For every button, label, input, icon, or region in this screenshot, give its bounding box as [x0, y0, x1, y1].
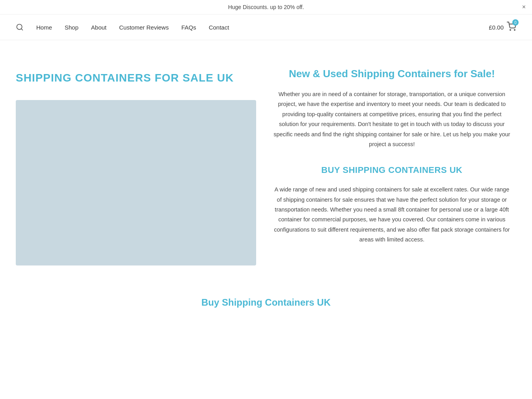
svg-point-2 — [510, 30, 511, 30]
bottom-title: Buy Shipping Containers UK — [16, 297, 516, 308]
nav-about[interactable]: About — [91, 24, 106, 31]
svg-line-1 — [21, 29, 23, 30]
nav-home[interactable]: Home — [36, 24, 52, 31]
hero-image — [16, 100, 256, 265]
cart-badge: 0 — [512, 19, 519, 26]
svg-point-3 — [514, 30, 515, 30]
cart-price: £0.00 — [489, 24, 504, 31]
banner-close-button[interactable]: × — [522, 4, 526, 11]
hero-right-subtitle: BUY SHIPPING CONTAINERS UK — [272, 165, 512, 175]
nav-shop[interactable]: Shop — [65, 24, 78, 31]
hero-left-title: SHIPPING CONTAINERS FOR SALE UK — [16, 72, 256, 84]
bottom-section: Buy Shipping Containers UK — [0, 281, 532, 324]
header: Home Shop About Customer Reviews FAQs Co… — [0, 15, 532, 40]
search-icon[interactable] — [16, 23, 24, 31]
hero-left: SHIPPING CONTAINERS FOR SALE UK — [16, 64, 256, 265]
nav-contact[interactable]: Contact — [209, 24, 229, 31]
nav-customer-reviews[interactable]: Customer Reviews — [119, 24, 169, 31]
top-banner: Huge Discounts. up to 20% off. × — [0, 0, 532, 15]
hero-right-title: New & Used Shipping Containers for Sale! — [272, 68, 512, 80]
banner-text: Huge Discounts. up to 20% off. — [228, 4, 304, 10]
hero-right-desc2: A wide range of new and used shipping co… — [272, 185, 512, 245]
hero-right-desc: Whether you are in need of a container f… — [272, 89, 512, 149]
nav-right: £0.00 0 — [489, 22, 516, 33]
nav-faqs[interactable]: FAQs — [181, 24, 196, 31]
main-nav: Home Shop About Customer Reviews FAQs Co… — [16, 23, 229, 31]
hero-section: SHIPPING CONTAINERS FOR SALE UK New & Us… — [0, 40, 532, 281]
hero-right: New & Used Shipping Containers for Sale!… — [272, 64, 512, 265]
cart-icon[interactable]: 0 — [507, 22, 516, 33]
